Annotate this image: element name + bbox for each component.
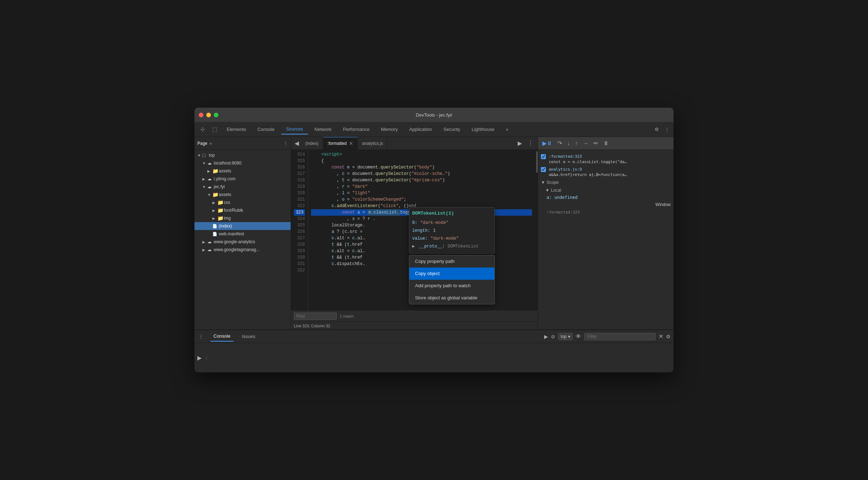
breakpoint-2-info: analytics.js:9 a&&a.href}return a},B=fun… (549, 167, 671, 177)
tree-item-assets-jec[interactable]: ▼ 📁 assets (194, 191, 291, 199)
sidebar-header: Page » ⋮ (194, 137, 291, 150)
code-editor[interactable]: <script> { const e = document.querySelec… (308, 150, 535, 310)
tree-item-index[interactable]: 📄 (index) (194, 222, 291, 230)
tree-item-css[interactable]: ▶ 📁 css (194, 199, 291, 206)
proto-expand-icon[interactable]: ▶ (412, 243, 415, 250)
tab-application[interactable]: Application (404, 124, 437, 134)
filter-input[interactable] (584, 333, 656, 340)
tree-item-font[interactable]: ▶ 📁 font/Rubik (194, 206, 291, 214)
tree-arrow-css[interactable]: ▶ (212, 201, 217, 205)
tree-arrow-img[interactable]: ▶ (212, 216, 217, 220)
editor-tab-close-icon[interactable]: ✕ (349, 141, 353, 146)
settings-icon[interactable]: ⚙ (653, 125, 660, 133)
tree-arrow-assets-localhost[interactable]: ▶ (207, 169, 212, 173)
step-into-btn[interactable]: ↓ (566, 139, 571, 148)
console-tab-issues[interactable]: Issues (239, 332, 258, 341)
tab-network[interactable]: Network (310, 124, 337, 134)
tree-item-manifest[interactable]: 📄 web.manifest (194, 230, 291, 238)
tree-arrow-assets-jec[interactable]: ▼ (207, 193, 212, 197)
pause-exceptions-btn[interactable]: ⏸ (602, 139, 610, 148)
resume-btn[interactable]: ▶⏸ (541, 138, 554, 148)
console-settings-icon[interactable]: ⚙ (666, 334, 671, 339)
minimize-button[interactable] (206, 113, 211, 117)
console-close-icon[interactable]: ✕ (659, 333, 663, 340)
tab-console[interactable]: Console (252, 124, 280, 134)
editor-tab-analytics[interactable]: analytics.js (358, 137, 388, 150)
fullscreen-button[interactable] (214, 113, 218, 117)
eye-icon[interactable]: 👁 (576, 333, 581, 340)
code-line-315: { (311, 158, 532, 164)
ctx-copy-object[interactable]: Copy object (409, 268, 494, 280)
ctx-add-watch[interactable]: Add property path to watch (409, 280, 494, 292)
cs-file-ref: :formatted:323 (547, 210, 580, 215)
code-scrollbar[interactable] (535, 150, 538, 310)
tree-arrow-gtm[interactable]: ▶ (202, 248, 207, 252)
tree-label-manifest: web.manifest (219, 231, 289, 236)
tab-sources[interactable]: Sources (281, 124, 308, 134)
console-tab-console[interactable]: Console (211, 331, 233, 342)
more-options-icon[interactable]: ⋮ (663, 125, 671, 133)
tree-item-img[interactable]: ▶ 📁 img (194, 214, 291, 222)
tree-item-assets-localhost[interactable]: ▶ 📁 assets (194, 167, 291, 175)
console-menu-icon[interactable]: ⋮ (197, 334, 205, 339)
editor-tab-index[interactable]: (index) (301, 137, 323, 150)
cloud-icon-gtm: ☁ (207, 247, 214, 252)
editor-more-icon[interactable]: ⋮ (525, 140, 536, 147)
tree-item-top[interactable]: ▼ □ top (194, 151, 291, 159)
console-input[interactable]: | (206, 355, 671, 361)
debugger-content: :formatted:323 const a = e.classList.tog… (538, 150, 674, 329)
breakpoint-2: analytics.js:9 a&&a.href}return a},B=fun… (538, 166, 674, 178)
step-out-btn[interactable]: ↑ (573, 139, 579, 148)
console-area: ⋮ Console Issues ▶ ⊘ top ▾ 👁 ✕ ⚙ ▶ | (194, 329, 674, 372)
console-block-btn[interactable]: ⊘ (551, 334, 555, 339)
tree-item-jec[interactable]: ▼ ☁ jec.fyi (194, 183, 291, 191)
ctx-copy-path[interactable]: Copy property path (409, 255, 494, 268)
tree-arrow-ga[interactable]: ▶ (202, 240, 207, 244)
editor-nav-back[interactable]: ◀ (292, 138, 301, 148)
code-line-318: , t = document.querySelector("#prism-css… (311, 177, 532, 183)
close-button[interactable] (199, 113, 203, 117)
tree-item-ytimg[interactable]: ▶ ☁ i.ytimg.com (194, 175, 291, 183)
more-tabs-icon[interactable]: » (501, 124, 513, 134)
tree-item-gtm[interactable]: ▶ ☁ www.googletagmanag... (194, 246, 291, 254)
tab-elements[interactable]: Elements (222, 124, 251, 134)
editor-nav-forward[interactable]: ▶ (515, 140, 525, 147)
tree-item-google-analytics[interactable]: ▶ ☁ www.google-analytics (194, 238, 291, 246)
tab-security[interactable]: Security (438, 124, 465, 134)
scrollbar-thumb[interactable] (536, 151, 538, 173)
search-input[interactable] (294, 313, 337, 320)
tree-label-localhost: localhost:8080 (214, 161, 289, 166)
breakpoint-2-checkbox[interactable] (541, 167, 546, 172)
tree-label-css: css (224, 200, 289, 205)
deactivate-btn[interactable]: ✏ (592, 138, 600, 148)
tab-memory[interactable]: Memory (376, 124, 403, 134)
tree-arrow-jec[interactable]: ▼ (202, 185, 207, 189)
device-icon[interactable]: ⬚ (209, 124, 220, 134)
tree-arrow-ytimg[interactable]: ▶ (202, 177, 207, 181)
top-selector[interactable]: top ▾ (558, 333, 573, 340)
tree-arrow-top[interactable]: ▼ (197, 153, 202, 157)
step-btn[interactable]: → (581, 139, 590, 148)
sidebar-menu-icon[interactable]: ⋮ (283, 141, 288, 146)
sidebar-more-icon[interactable]: » (209, 141, 212, 146)
console-body: ▶ | (194, 343, 674, 372)
folder-icon-img: 📁 (217, 215, 224, 221)
ctx-store-global[interactable]: Store object as global variable (409, 292, 494, 304)
tab-performance[interactable]: Performance (338, 124, 374, 134)
inspect-icon[interactable]: ⊹ (197, 124, 208, 134)
local-scope-header[interactable]: ▼ Local (538, 186, 674, 194)
console-play-btn[interactable]: ▶ (544, 334, 548, 339)
tree-item-localhost[interactable]: ▼ ☁ localhost:8080 (194, 159, 291, 167)
tab-lighthouse[interactable]: Lighthouse (467, 124, 499, 134)
tree-arrow-localhost[interactable]: ▼ (202, 161, 207, 165)
value-tooltip: DOMTokenList(1) 0: "dark-mode" length: 1… (409, 207, 495, 254)
editor-tab-formatted[interactable]: :formatted ✕ (323, 137, 358, 150)
tooltip-key-0: 0: (412, 220, 417, 226)
tooltip-prop-value: value: "dark-mode" (412, 235, 492, 243)
breakpoint-1-checkbox[interactable] (541, 154, 546, 159)
scope-section-header[interactable]: ▼ Scope (538, 178, 674, 186)
traffic-lights (199, 113, 218, 117)
step-over-btn[interactable]: ↷ (556, 138, 563, 148)
tree-arrow-font[interactable]: ▶ (212, 209, 217, 212)
search-bar: 1 match (291, 310, 538, 322)
